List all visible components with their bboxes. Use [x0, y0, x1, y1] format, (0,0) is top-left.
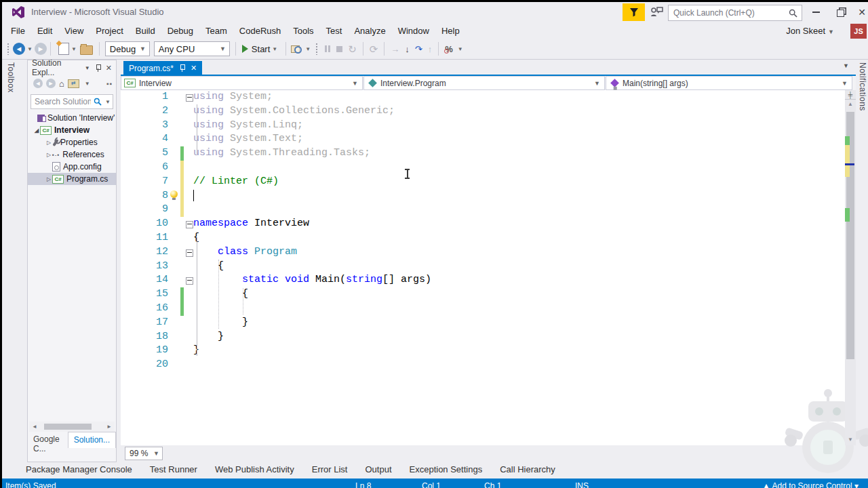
add-to-source-control-button[interactable]: ▲ Add to Source Control ▾	[762, 481, 859, 488]
tab-error-list[interactable]: Error List	[312, 462, 348, 479]
collapse-toggle[interactable]	[186, 94, 193, 102]
code-line[interactable]: 17 }	[121, 316, 845, 330]
configuration-dropdown[interactable]: Debug▼	[105, 41, 150, 56]
tree-item-references[interactable]: ▷ ▪-▪ References	[28, 148, 116, 161]
collapse-toggle[interactable]	[186, 221, 193, 228]
step-over-icon[interactable]: ↷	[415, 45, 422, 54]
minimize-button[interactable]	[806, 5, 826, 19]
platform-dropdown[interactable]: Any CPU▼	[154, 41, 230, 56]
restore-button[interactable]	[830, 5, 850, 19]
code-text[interactable]: class Program	[193, 245, 297, 260]
code-line[interactable]: 12 class Program	[121, 245, 845, 260]
refresh-icon[interactable]: ⟳	[370, 44, 378, 54]
toolbar-grip[interactable]	[7, 43, 10, 55]
toolbar-overflow[interactable]: ▪▪	[106, 80, 116, 87]
code-text[interactable]: using System.Linq;	[193, 119, 303, 133]
avatar[interactable]: JS	[850, 24, 867, 39]
solution-search-input[interactable]	[31, 96, 92, 107]
menu-test[interactable]: Test	[320, 24, 349, 38]
stop-icon[interactable]	[336, 45, 342, 54]
code-line[interactable]: 15 {	[121, 287, 845, 302]
tab-web-publish-activity[interactable]: Web Publish Activity	[215, 462, 294, 479]
step-out-icon[interactable]: ↑	[428, 45, 433, 54]
code-line[interactable]: 20	[121, 358, 845, 372]
search-icon[interactable]	[789, 9, 797, 18]
navigate-forward-button[interactable]: ►	[35, 43, 47, 55]
code-line[interactable]: 14 static void Main(string[] args)	[121, 273, 845, 287]
attach-caret[interactable]: ▼	[305, 46, 311, 52]
code-line[interactable]: 16	[121, 302, 845, 316]
scroll-left-icon[interactable]: ◄	[29, 424, 40, 430]
collapse-toggle[interactable]	[186, 249, 193, 257]
menu-project[interactable]: Project	[90, 24, 129, 38]
tab-test-runner[interactable]: Test Runner	[150, 462, 197, 479]
sync-with-active-document-icon[interactable]: ⇄	[68, 79, 79, 88]
menu-file[interactable]: File	[5, 24, 31, 38]
type-dropdown[interactable]: Interview.Program ▼	[363, 76, 605, 90]
code-text[interactable]: }	[193, 330, 224, 344]
open-file-icon[interactable]	[80, 45, 93, 55]
code-line[interactable]: 13 {	[121, 260, 845, 274]
code-text[interactable]: using System;	[193, 90, 273, 104]
close-icon[interactable]: ✕	[106, 64, 112, 73]
start-debug-button[interactable]: Start ▼	[239, 44, 282, 54]
collapse-toggle[interactable]	[186, 277, 193, 285]
pin-icon[interactable]	[95, 64, 101, 72]
code-text[interactable]: }	[193, 316, 248, 330]
restart-icon[interactable]: ↻	[348, 44, 357, 54]
tab-solution-explorer[interactable]: Solution...	[68, 432, 116, 448]
editor-zoom-dropdown[interactable]: 99 % ▼	[125, 447, 163, 460]
menu-window[interactable]: Window	[392, 24, 435, 38]
code-text[interactable]: namespace Interview	[193, 217, 309, 231]
tree-item-program-cs[interactable]: ▷ C# Program.cs	[28, 173, 116, 185]
expander-expanded-icon[interactable]: ◢	[33, 127, 40, 134]
code-line[interactable]: 11{	[121, 231, 845, 245]
chevron-down-icon[interactable]: ▼	[85, 65, 90, 71]
solution-explorer-header[interactable]: Solution Expl... ▼ ✕	[28, 60, 116, 75]
menu-edit[interactable]: Edit	[31, 24, 58, 38]
code-line[interactable]: 1using System;	[121, 90, 845, 104]
tree-item-properties[interactable]: ▷ Properties	[28, 136, 116, 148]
scroll-right-icon[interactable]: ►	[104, 424, 115, 430]
code-text[interactable]: // Linter (C#)	[193, 175, 279, 189]
code-line[interactable]: 4using System.Text;	[121, 132, 845, 146]
tab-output[interactable]: Output	[365, 462, 391, 479]
tree-item-project[interactable]: ◢ C# Interview	[28, 124, 116, 136]
code-text[interactable]: using System.Text;	[193, 132, 303, 146]
scroll-up-icon[interactable]: ▲	[845, 100, 856, 108]
show-next-statement-icon[interactable]: →	[391, 45, 399, 54]
hex-display-icon[interactable]: %	[445, 44, 453, 54]
vertical-scrollbar[interactable]: ╪ ▲ ▼	[845, 90, 856, 445]
menu-help[interactable]: Help	[435, 24, 466, 38]
code-line[interactable]: 7// Linter (C#)	[121, 175, 845, 189]
code-text[interactable]: using System.Threading.Tasks;	[193, 146, 370, 161]
code-line[interactable]: 19}	[121, 344, 845, 358]
step-into-icon[interactable]: ↓	[405, 45, 410, 54]
navigate-back-button[interactable]: ◄	[13, 43, 25, 55]
expander-collapsed-icon[interactable]: ▷	[45, 176, 52, 182]
code-line[interactable]: 18 }	[121, 330, 845, 344]
menu-coderush[interactable]: CodeRush	[233, 24, 287, 38]
code-line[interactable]: 9	[121, 203, 845, 217]
tree-item-app-config[interactable]: App.config	[28, 161, 116, 173]
code-text[interactable]: {	[193, 287, 248, 302]
tab-google-chat[interactable]: Google C...	[28, 432, 68, 448]
scrollbar-thumb[interactable]	[44, 424, 92, 430]
menu-view[interactable]: View	[58, 24, 90, 38]
new-file-icon[interactable]	[58, 43, 69, 55]
code-line[interactable]: 6	[121, 161, 845, 175]
coderush-filter-button[interactable]	[623, 3, 645, 21]
code-editor[interactable]: 1using System; 2using System.Collections…	[121, 90, 845, 445]
code-line[interactable]: 3using System.Linq;	[121, 119, 845, 133]
search-icon[interactable]	[94, 98, 102, 106]
new-file-caret[interactable]: ▼	[71, 46, 77, 52]
back-icon[interactable]: ◄	[33, 79, 43, 88]
member-dropdown[interactable]: Main(string[] args) ▼	[606, 76, 852, 90]
forward-icon[interactable]: ►	[46, 79, 56, 88]
code-text[interactable]: using System.Collections.Generic;	[193, 104, 395, 119]
code-line[interactable]: 10namespace Interview	[121, 217, 845, 231]
code-line[interactable]: 2using System.Collections.Generic;	[121, 104, 845, 119]
expander-collapsed-icon[interactable]: ▷	[45, 140, 52, 146]
expander-collapsed-icon[interactable]: ▷	[45, 152, 52, 158]
home-icon[interactable]: ⌂	[59, 79, 64, 89]
